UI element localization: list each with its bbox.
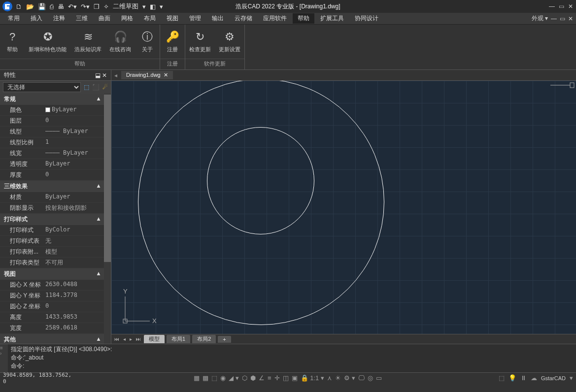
clean-icon[interactable]: ▭ xyxy=(376,374,382,382)
menu-网格[interactable]: 网格 xyxy=(116,13,138,24)
iso-icon[interactable]: ◢ ▾ xyxy=(229,374,239,382)
menu-视图[interactable]: 视图 xyxy=(162,13,183,24)
saveas-icon[interactable]: ⎙ xyxy=(50,3,54,10)
document-tab[interactable]: Drawing1.dwg✕ xyxy=(121,71,173,79)
section-其他[interactable]: 其他▴ xyxy=(0,334,104,344)
mdi-restore-icon[interactable]: ▭ xyxy=(560,15,565,22)
cycle-icon[interactable]: ◫ xyxy=(283,374,289,382)
prop-打印表附...[interactable]: 打印表附...模型 xyxy=(0,247,104,258)
max-viewport-icon[interactable]: ⬚ xyxy=(499,374,505,382)
tab-close-icon[interactable]: ✕ xyxy=(164,72,168,78)
bulb-icon[interactable]: 💡 xyxy=(508,374,516,382)
menu-常用[interactable]: 常用 xyxy=(3,13,25,24)
mdi-minimize-icon[interactable]: — xyxy=(551,15,557,22)
prop-颜色[interactable]: 颜色ByLayer xyxy=(0,105,104,116)
monitor-icon[interactable]: 🖵 xyxy=(358,374,365,382)
prop-打印样式[interactable]: 打印样式ByColor xyxy=(0,225,104,236)
prop-厚度[interactable]: 厚度0 xyxy=(0,170,104,181)
menu-云存储[interactable]: 云存储 xyxy=(230,13,257,24)
maximize-button[interactable]: ▭ xyxy=(559,3,564,10)
ribbon-帮助[interactable]: ?帮助 xyxy=(0,25,25,59)
workspace-dropdown[interactable]: 二维草图 xyxy=(113,2,138,11)
move-icon[interactable]: ✧ xyxy=(103,3,109,10)
polar-icon[interactable]: ◉ xyxy=(220,374,226,382)
select-objects-icon[interactable]: ⬛ xyxy=(92,84,100,91)
prop-打印表类型[interactable]: 打印表类型不可用 xyxy=(0,258,104,268)
cmd-input[interactable]: 命令: xyxy=(11,362,573,370)
layout-tab-布局1[interactable]: 布局1 xyxy=(167,335,190,343)
ribbon-更新设置[interactable]: ⚙更新设置 xyxy=(215,25,244,59)
ribbon-新增和特色功能[interactable]: ✪新增和特色功能 xyxy=(25,25,70,59)
window-icon[interactable]: ◧ xyxy=(150,3,156,10)
lwt-icon[interactable]: ≡ xyxy=(268,374,271,382)
cmd-prompt-icon[interactable]: › xyxy=(0,351,8,356)
new-icon[interactable]: 🗋 xyxy=(16,3,22,10)
tab-prev-icon[interactable]: ◂ xyxy=(114,72,117,79)
grid-icon[interactable]: ▦ xyxy=(194,374,200,382)
section-三维效果[interactable]: 三维效果▴ xyxy=(0,181,104,192)
prop-材质[interactable]: 材质ByLayer xyxy=(0,192,104,203)
menu-插入[interactable]: 插入 xyxy=(26,13,47,24)
redo-icon[interactable]: ↷▾ xyxy=(81,3,90,10)
prop-圆心 X 坐标[interactable]: 圆心 X 坐标2630.0488 xyxy=(0,280,104,291)
layout-add-button[interactable]: + xyxy=(218,336,231,343)
prop-高度[interactable]: 高度1433.9853 xyxy=(0,312,104,323)
prop-线宽[interactable]: 线宽———— ByLayer xyxy=(0,148,104,159)
print-icon[interactable]: 🖶 xyxy=(58,3,64,10)
command-line[interactable]: ≡ › 指定圆的半径或 [直径(D)] <308.0490>: 命令:'_abo… xyxy=(0,344,576,372)
prop-线型比例[interactable]: 线型比例1 xyxy=(0,137,104,148)
snap-icon[interactable]: ▩ xyxy=(203,374,208,382)
ortho-icon[interactable]: ⬚ xyxy=(211,374,217,382)
ribbon-注册[interactable]: 🔑注册 xyxy=(160,25,185,59)
cmd-history-icon[interactable]: ≡ xyxy=(0,345,8,351)
scale-label[interactable]: 🔒 1:1 ▾ xyxy=(301,374,324,382)
minimize-button[interactable]: — xyxy=(549,3,555,10)
save-icon[interactable]: 💾 xyxy=(38,3,46,10)
undo-icon[interactable]: ↶▾ xyxy=(68,3,77,10)
hardware-icon[interactable]: ◎ xyxy=(368,374,373,382)
annoscale-icon[interactable]: ⋏ xyxy=(327,374,332,382)
3dosnap-icon[interactable]: ⬢ xyxy=(250,374,256,382)
viewcube-placeholder[interactable] xyxy=(550,82,575,89)
selection-dropdown[interactable]: 无选择 xyxy=(3,82,81,92)
dyn-icon[interactable]: ✛ xyxy=(274,374,280,382)
layers-icon[interactable]: ❒ xyxy=(94,3,100,10)
dropdown-arrow-icon[interactable]: ▾ xyxy=(142,3,146,10)
drawing-viewport[interactable]: X Y xyxy=(111,81,576,334)
prop-图层[interactable]: 图层0 xyxy=(0,116,104,127)
cloud-icon[interactable]: ☁ xyxy=(531,374,537,382)
prop-阴影显示[interactable]: 阴影显示投射和接收阴影 xyxy=(0,203,104,214)
prop-圆心 Y 坐标[interactable]: 圆心 Y 坐标1184.3778 xyxy=(0,291,104,301)
close-button[interactable]: ✕ xyxy=(568,3,573,10)
circle-inner[interactable] xyxy=(207,127,314,234)
annovis-icon[interactable]: ☀ xyxy=(335,374,341,382)
menu-帮助[interactable]: 帮助 xyxy=(293,13,314,24)
layout-last-icon[interactable]: ⏭ xyxy=(135,336,142,342)
menu-协同设计[interactable]: 协同设计 xyxy=(350,13,383,24)
menu-三维[interactable]: 三维 xyxy=(71,13,93,24)
osnap-icon[interactable]: ⬡ xyxy=(242,374,247,382)
menu-管理[interactable]: 管理 xyxy=(184,13,206,24)
prop-打印样式表[interactable]: 打印样式表无 xyxy=(0,236,104,247)
menu-布局[interactable]: 布局 xyxy=(139,13,161,24)
status-menu-icon[interactable]: ▾ xyxy=(570,374,573,382)
prop-圆心 Z 坐标[interactable]: 圆心 Z 坐标0 xyxy=(0,301,104,312)
lock-icon[interactable]: ⏸ xyxy=(520,374,527,382)
menu-输出[interactable]: 输出 xyxy=(207,13,229,24)
ribbon-浩辰知识库[interactable]: ≋浩辰知识库 xyxy=(70,25,105,59)
layout-tab-布局2[interactable]: 布局2 xyxy=(192,335,216,343)
ribbon-检查更新[interactable]: ↻检查更新 xyxy=(185,25,215,59)
layout-first-icon[interactable]: ⏮ xyxy=(113,336,120,342)
layout-next-icon[interactable]: ▸ xyxy=(129,336,133,342)
prop-透明度[interactable]: 透明度ByLayer xyxy=(0,159,104,170)
prop-线型[interactable]: 线型———— ByLayer xyxy=(0,127,104,137)
otrack-icon[interactable]: ∠ xyxy=(259,374,265,382)
layout-prev-icon[interactable]: ◂ xyxy=(122,336,127,342)
mdi-close-icon[interactable]: ✕ xyxy=(568,15,573,22)
section-视图[interactable]: 视图▴ xyxy=(0,268,104,280)
layout-tab-模型[interactable]: 模型 xyxy=(144,335,165,343)
ws-icon[interactable]: ⚙ ▾ xyxy=(344,374,355,382)
section-常规[interactable]: 常规▴ xyxy=(0,94,104,105)
menu-扩展工具[interactable]: 扩展工具 xyxy=(315,13,349,24)
quick-select-icon[interactable]: ⬚ xyxy=(84,84,89,91)
